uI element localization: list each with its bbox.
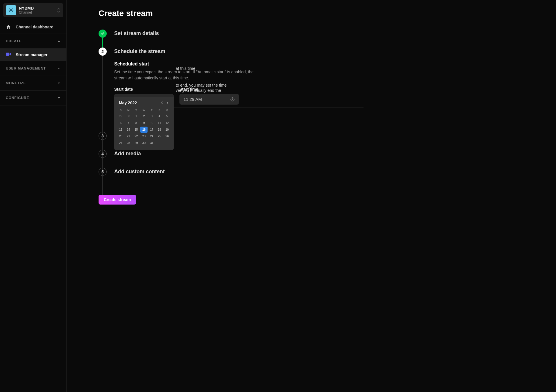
calendar-day[interactable]: 10 <box>148 120 155 126</box>
nav-stream-manager[interactable]: Stream manager <box>0 48 66 61</box>
home-icon <box>6 24 11 30</box>
step-2: 2 Schedule the stream <box>99 48 524 56</box>
calendar-day[interactable]: 30 <box>140 140 148 146</box>
calendar-day[interactable]: 4 <box>156 113 163 119</box>
nav-section-configure[interactable]: CONFIGURE <box>0 91 66 105</box>
nav-section-create[interactable]: CREATE <box>0 34 66 48</box>
clock-icon <box>230 97 235 102</box>
calendar-day[interactable]: 26 <box>163 133 171 139</box>
divider <box>99 186 359 186</box>
nav-section-monetize[interactable]: MONETIZE <box>0 76 66 90</box>
scheduled-start-desc: Set the time you expect the stream to st… <box>114 69 259 81</box>
step-1-marker <box>99 30 107 38</box>
calendar-day[interactable]: 2 <box>140 113 148 119</box>
chevron-down-icon <box>57 81 61 85</box>
nav-section-user-management[interactable]: USER MANAGEMENT <box>0 61 66 76</box>
start-date-label: Start date <box>114 87 174 92</box>
calendar-dow: S <box>117 107 124 113</box>
step-5-marker: 5 <box>99 168 107 176</box>
calendar-dow: F <box>156 107 163 113</box>
calendar-dow: W <box>140 107 148 113</box>
calendar-day[interactable]: 7 <box>125 120 132 126</box>
step-4: 4 Add media <box>99 150 524 158</box>
chevron-down-icon <box>57 67 61 70</box>
check-icon <box>101 32 105 36</box>
calendar-day[interactable]: 29 <box>132 140 140 146</box>
calendar-day[interactable]: 28 <box>125 140 132 146</box>
nav-label: Stream manager <box>16 52 48 57</box>
calendar-day[interactable]: 19 <box>163 127 171 133</box>
calendar-day[interactable]: 13 <box>117 127 124 133</box>
nav-channel-dashboard[interactable]: Channel dashboard <box>0 20 66 34</box>
calendar-day[interactable]: 18 <box>156 127 163 133</box>
channel-type: Channel <box>19 10 34 14</box>
svg-rect-0 <box>6 53 9 56</box>
calendar-day[interactable]: 31 <box>148 140 155 146</box>
calendar-day[interactable]: 23 <box>140 133 148 139</box>
calendar-day[interactable]: 12 <box>163 120 171 126</box>
step-5: 5 Add custom content <box>99 168 524 176</box>
calendar-day[interactable]: 5 <box>163 113 171 119</box>
calendar-popover: May 2022 SMTWTFS293012345678910111213141… <box>114 97 174 150</box>
step-2-title: Schedule the stream <box>114 48 165 54</box>
nav-label: Channel dashboard <box>16 25 54 29</box>
calendar-day[interactable]: 16 <box>140 127 148 133</box>
calendar-day[interactable]: 8 <box>132 120 140 126</box>
page-title: Create stream <box>99 9 524 18</box>
step-3-marker: 3 <box>99 132 107 140</box>
calendar-dow: T <box>148 107 155 113</box>
calendar-day[interactable]: 30 <box>125 113 132 119</box>
calendar-dow: S <box>163 107 171 113</box>
calendar-day[interactable]: 21 <box>125 133 132 139</box>
channel-switch-icon <box>57 8 60 13</box>
step-2-body: Scheduled start Set the time you expect … <box>114 56 524 132</box>
channel-logo <box>6 5 16 15</box>
step-1: Set stream details <box>99 30 524 38</box>
calendar-day[interactable]: 24 <box>148 133 155 139</box>
calendar-dow: T <box>132 107 140 113</box>
step-2-marker: 2 <box>99 48 107 56</box>
channel-name: NYBMD <box>19 6 34 10</box>
sidebar: NYBMD Channel Channel dashboard CREATE S… <box>0 0 67 392</box>
step-1-title: Set stream details <box>114 30 159 37</box>
calendar-day[interactable]: 15 <box>132 127 140 133</box>
create-stream-button[interactable]: Create stream <box>99 195 136 205</box>
chevron-right-icon[interactable] <box>166 101 169 105</box>
calendar-day[interactable]: 9 <box>140 120 148 126</box>
calendar-dow: M <box>125 107 132 113</box>
calendar-day[interactable]: 3 <box>148 113 155 119</box>
calendar-day[interactable]: 14 <box>125 127 132 133</box>
calendar-day[interactable]: 22 <box>132 133 140 139</box>
calendar-day[interactable]: 6 <box>117 120 124 126</box>
calendar-day[interactable]: 27 <box>117 140 124 146</box>
step-5-title: Add custom content <box>114 168 165 175</box>
calendar-day[interactable]: 17 <box>148 127 155 133</box>
chevron-down-icon <box>57 96 61 100</box>
start-time-label: Start time <box>179 87 239 92</box>
camera-icon <box>6 52 11 57</box>
calendar-day[interactable]: 25 <box>156 133 163 139</box>
calendar-day[interactable]: 11 <box>156 120 163 126</box>
calendar-day[interactable]: 1 <box>132 113 140 119</box>
calendar-day[interactable]: 29 <box>117 113 124 119</box>
stepper: Set stream details 2 Schedule the stream… <box>99 30 524 176</box>
step-4-marker: 4 <box>99 150 107 158</box>
calendar-month: May 2022 <box>119 101 137 105</box>
channel-selector[interactable]: NYBMD Channel <box>3 3 63 17</box>
chevron-up-icon <box>57 39 61 43</box>
calendar-day[interactable]: 20 <box>117 133 124 139</box>
chevron-left-icon[interactable] <box>160 101 164 105</box>
start-time-field[interactable] <box>183 97 227 102</box>
start-time-input[interactable] <box>179 94 239 105</box>
main-content: Create stream Set stream details 2 Sched… <box>67 0 556 392</box>
step-4-title: Add media <box>114 150 141 157</box>
